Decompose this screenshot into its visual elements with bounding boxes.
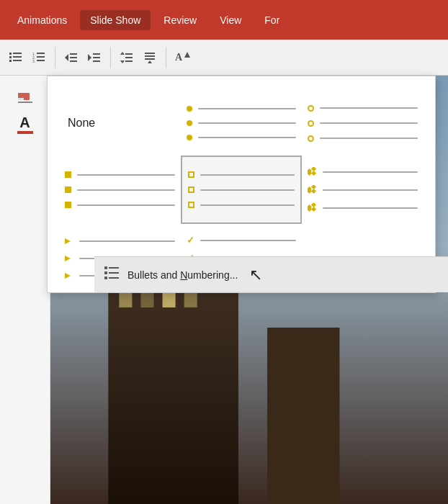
svg-marker-20 [120,52,125,55]
svg-rect-32 [18,98,24,100]
svg-text:3.: 3. [32,59,35,63]
arrow-symbol-1 [65,237,73,246]
bullet-line [77,204,175,206]
none-label: None [68,117,95,130]
list-numbers-btn[interactable]: 1. 2. 3. [29,48,49,68]
toolbar-divider-2 [110,47,111,68]
svg-rect-3 [13,56,22,58]
bullet-line [323,189,418,191]
toolbar: 1. 2. 3. [0,40,448,76]
bullet-row-3 [308,203,418,212]
menu-review[interactable]: Review [153,10,207,30]
checkbox-symbol-1 [188,171,194,178]
dot-symbol-2 [187,120,192,126]
bullet-dot-cell[interactable] [181,91,303,156]
svg-rect-5 [13,60,22,61]
svg-rect-18 [93,57,100,58]
svg-rect-67 [104,276,107,279]
menu-view[interactable]: View [210,10,251,30]
bullet-line [198,137,297,138]
menu-animations[interactable]: Animations [7,10,77,30]
svg-rect-19 [93,60,100,62]
bullet-line [79,240,175,242]
sidebar-eraser-tool[interactable] [9,83,41,109]
bullet-line [323,207,418,209]
svg-rect-33 [18,102,32,103]
bullets-numbering-label[interactable]: Bullets and Numbering... [127,269,238,281]
svg-marker-63 [65,256,71,261]
svg-marker-62 [65,238,71,244]
svg-rect-27 [145,58,155,60]
svg-rect-13 [70,53,77,55]
bullet-row-3 [65,202,175,208]
svg-rect-23 [125,57,133,58]
four-diamond-symbol-2 [308,185,317,194]
svg-marker-12 [65,54,68,61]
bullet-row-3 [188,202,295,208]
dot-symbol-1 [187,106,192,112]
bullet-row-1 [308,167,418,176]
bullet-dropdown: None [47,76,436,293]
svg-rect-47 [163,292,176,307]
bullet-filled-square-cell[interactable] [59,156,181,224]
line-spacing-btn[interactable] [117,48,137,68]
arrow-symbol-2 [65,254,73,263]
svg-rect-11 [37,60,45,61]
svg-rect-14 [70,57,77,58]
bullet-line [198,108,297,109]
svg-rect-15 [70,60,77,62]
bullet-line [200,174,295,176]
svg-rect-17 [93,53,100,55]
bullet-circle-cell[interactable] [302,91,424,156]
menu-bar: Animations Slide Show Review View For [0,0,448,40]
toolbar-divider-3 [166,47,166,68]
svg-rect-68 [109,267,119,269]
spacing-options-btn[interactable] [140,48,160,68]
svg-marker-30 [184,52,190,58]
bullets-and-numbering-bar[interactable]: Bullets and Numbering... ↖ [94,256,448,292]
outdent-btn[interactable] [61,48,81,68]
bullet-none-cell[interactable]: None [59,91,181,156]
indent-btn[interactable] [84,48,104,68]
bullet-checkbox-cell[interactable] [181,156,303,224]
sidebar-font-color-tool[interactable]: A [9,114,41,140]
bullet-row-1 [65,171,175,178]
svg-rect-65 [104,266,107,269]
bullet-four-diamond-cell[interactable] [302,156,424,224]
bullet-line [320,107,418,109]
text-direction-btn[interactable]: A [172,48,192,68]
menu-slideshow[interactable]: Slide Show [80,10,151,30]
svg-rect-22 [125,53,133,55]
bullet-line [77,189,175,191]
bullet-row-1 [187,106,297,112]
arrow-symbol-3 [65,271,73,280]
check-symbol-1: ✓ [187,235,194,245]
svg-rect-69 [109,272,119,274]
svg-rect-48 [184,292,197,307]
svg-rect-66 [104,271,107,274]
bullet-line [320,122,418,124]
svg-rect-70 [109,277,119,279]
svg-rect-0 [9,53,12,55]
bullet-line [200,204,295,206]
list-bullets-btn[interactable] [6,48,26,68]
bullet-row-3 [308,135,418,142]
svg-rect-2 [9,56,12,58]
font-a-label: A [19,115,30,130]
svg-marker-21 [120,60,125,63]
checkbox-symbol-3 [188,202,194,208]
sq-fill-symbol-2 [65,186,71,193]
circle-symbol-2 [308,120,314,127]
menu-format[interactable]: For [254,10,290,30]
bullet-row-2 [188,186,295,193]
svg-marker-16 [88,54,91,61]
bullet-line [198,122,297,124]
mouse-cursor-icon: ↖ [249,266,262,284]
bullet-row-1 [308,105,418,112]
left-sidebar: A [0,76,50,504]
svg-marker-28 [148,60,152,63]
sq-fill-symbol-3 [65,202,71,208]
svg-rect-49 [267,328,339,504]
dot-symbol-3 [187,135,192,140]
bullet-line [320,138,418,139]
